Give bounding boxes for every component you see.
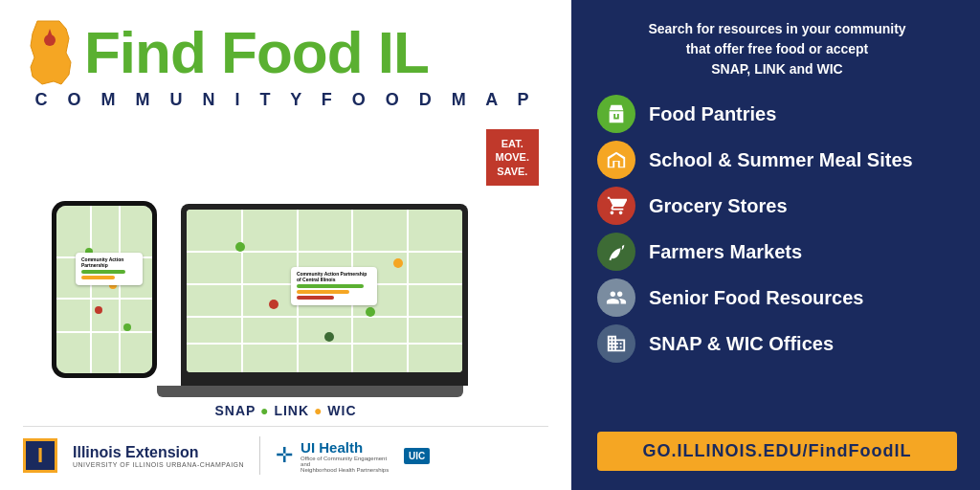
snap-dot: ● xyxy=(260,403,269,418)
resource-label: SNAP & WIC Offices xyxy=(649,333,834,355)
laptop-mockup: Community Action Partnership of Central … xyxy=(181,204,468,386)
devices-section: Community Action Partnership xyxy=(23,120,548,397)
left-panel: Find Food IL C O M M U N I T Y F O O D M… xyxy=(0,0,574,490)
footer-logos: I Illinois Extension UNIVERSITY OF ILLIN… xyxy=(23,426,548,475)
resource-item: School & Summer Meal Sites xyxy=(597,141,957,179)
link-dot: ● xyxy=(314,403,323,418)
laptop-screen: Community Action Partnership of Central … xyxy=(187,210,462,372)
resource-icon-circle xyxy=(597,141,635,179)
resource-label: Farmers Markets xyxy=(649,241,802,263)
resource-item: Farmers Markets xyxy=(597,233,957,271)
resource-item: Senior Food Resources xyxy=(597,278,957,317)
resource-icon-circle xyxy=(597,95,635,133)
resource-label: School & Summer Meal Sites xyxy=(649,149,913,171)
illinois-i-logo: I xyxy=(23,438,57,473)
tagline: Search for resources in your community t… xyxy=(597,19,957,79)
resource-label: Food Pantries xyxy=(649,103,776,125)
illinois-map-icon xyxy=(23,19,75,86)
resource-item: Grocery Stores xyxy=(597,187,957,225)
snap-link-wic-row: SNAP ● LINK ● WIC xyxy=(23,403,548,418)
laptop-base xyxy=(157,386,463,397)
phone-screen: Community Action Partnership xyxy=(56,206,152,373)
logo-divider xyxy=(259,436,260,475)
extension-info: Illinois Extension UNIVERSITY OF ILLINOI… xyxy=(73,444,244,468)
url-banner[interactable]: GO.ILLINOIS.EDU/FindFoodIL xyxy=(597,432,957,471)
resource-icon-circle xyxy=(597,233,635,271)
ui-cross-icon: ✛ xyxy=(276,443,293,468)
community-food-map-subtitle: C O M M U N I T Y F O O D M A P xyxy=(23,90,548,110)
resource-label: Grocery Stores xyxy=(649,195,788,217)
resource-item: SNAP & WIC Offices xyxy=(597,324,957,363)
right-panel: Search for resources in your community t… xyxy=(574,0,980,490)
resource-list: Food PantriesSchool & Summer Meal SitesG… xyxy=(597,95,957,422)
resource-label: Senior Food Resources xyxy=(649,287,864,309)
header-row: Find Food IL xyxy=(23,19,548,86)
find-food-il-title: Find Food IL xyxy=(84,23,429,82)
resource-icon-circle xyxy=(597,187,635,225)
ui-health-info: UI Health Office of Community Engagement… xyxy=(301,439,396,473)
resource-item: Food Pantries xyxy=(597,95,957,133)
eat-move-save-badge: EAT. MOVE. SAVE. xyxy=(486,129,539,186)
ui-health-logo: ✛ UI Health Office of Community Engageme… xyxy=(276,439,430,473)
resource-icon-circle xyxy=(597,324,635,363)
phone-mockup: Community Action Partnership xyxy=(52,201,157,378)
resource-icon-circle xyxy=(597,278,635,317)
uic-badge: UIC xyxy=(404,448,430,464)
